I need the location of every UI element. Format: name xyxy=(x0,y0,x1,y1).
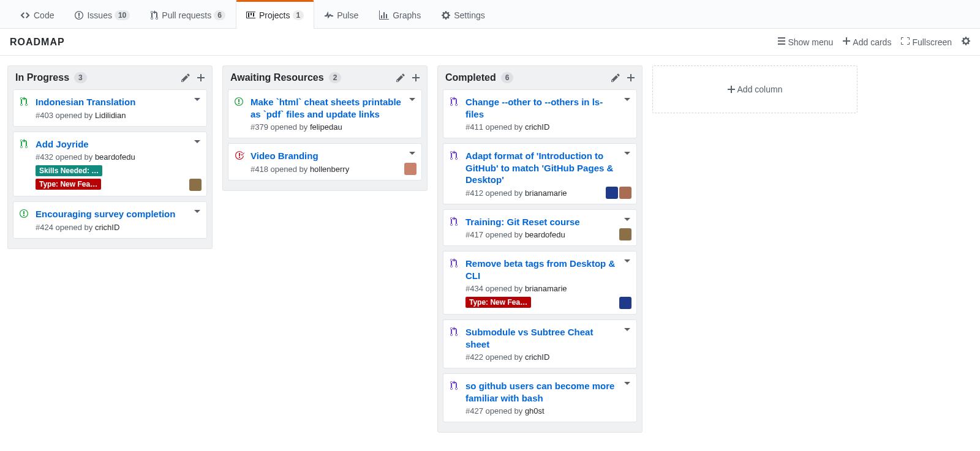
card-menu-button[interactable] xyxy=(408,95,417,105)
card-title[interactable]: Make `html` cheat sheets printable as `p… xyxy=(251,96,404,120)
column-name: Completed xyxy=(445,72,496,83)
nav-graphs[interactable]: Graphs xyxy=(369,0,431,29)
nav-settings[interactable]: Settings xyxy=(431,0,496,29)
card-meta: #424 opened by crichID xyxy=(36,223,189,232)
pull-request-icon xyxy=(151,10,158,20)
project-card[interactable]: Submodule vs Subtree Cheat sheet#422 ope… xyxy=(443,319,637,368)
plus-icon xyxy=(843,36,850,48)
project-column: In Progress3Indonesian Translation#403 o… xyxy=(7,65,213,249)
project-card[interactable]: Make `html` cheat sheets printable as `p… xyxy=(228,89,422,138)
pulse-icon xyxy=(325,10,333,20)
project-card[interactable]: Video Branding#418 opened by hollenberry xyxy=(228,143,422,181)
card-menu-button[interactable] xyxy=(623,149,631,159)
card-title[interactable]: Adapt format of 'Introduction to GitHub'… xyxy=(466,150,619,186)
fullscreen-button[interactable]: Fullscreen xyxy=(901,36,952,48)
pull-request-merged-icon xyxy=(450,381,458,392)
card-title[interactable]: Video Branding xyxy=(251,150,404,162)
card-menu-button[interactable] xyxy=(193,207,202,217)
card-menu-button[interactable] xyxy=(623,215,631,225)
add-column-button[interactable]: Add column xyxy=(652,65,858,113)
card-labels: Skills Needed: …Type: New Fea… xyxy=(36,165,189,190)
card-labels: Type: New Fea… xyxy=(466,297,619,308)
project-settings-button[interactable] xyxy=(962,36,970,48)
card-author[interactable]: brianamarie xyxy=(525,284,567,293)
nav-pull-requests[interactable]: Pull requests 6 xyxy=(140,0,236,29)
column-header: Awaiting Resources2 xyxy=(223,66,427,89)
pull-request-merged-icon xyxy=(450,217,458,228)
card-author[interactable]: crichID xyxy=(525,352,549,362)
card-author[interactable]: crichID xyxy=(525,122,549,132)
add-card-button[interactable] xyxy=(197,73,205,83)
card-menu-button[interactable] xyxy=(408,149,417,159)
avatar[interactable] xyxy=(619,187,631,199)
column-name: In Progress xyxy=(15,72,69,83)
avatar[interactable] xyxy=(404,163,417,175)
card-meta: #379 opened by felipedau xyxy=(251,122,404,132)
show-menu-button[interactable]: Show menu xyxy=(778,36,833,48)
project-card[interactable]: Adapt format of 'Introduction to GitHub'… xyxy=(443,143,637,204)
card-menu-button[interactable] xyxy=(623,379,631,389)
edit-column-button[interactable] xyxy=(611,73,620,83)
assignee-avatars xyxy=(189,179,202,191)
card-meta: #427 opened by gh0st xyxy=(466,406,619,416)
card-author[interactable]: crichID xyxy=(95,223,119,232)
assignee-avatars xyxy=(619,297,631,309)
add-cards-label: Add cards xyxy=(853,37,891,47)
card-menu-button[interactable] xyxy=(623,95,631,105)
label[interactable]: Skills Needed: … xyxy=(36,165,102,176)
card-title[interactable]: so github users can become more familiar… xyxy=(466,380,619,404)
project-card[interactable]: Indonesian Translation#403 opened by Lid… xyxy=(13,89,207,127)
card-title[interactable]: Encouraging survey completion xyxy=(36,208,189,220)
card-author[interactable]: gh0st xyxy=(525,406,545,416)
repo-nav: Code Issues 10 Pull requests 6 Projects … xyxy=(0,0,980,29)
column-count: 2 xyxy=(329,72,342,83)
graph-icon xyxy=(379,10,389,20)
card-author[interactable]: beardofedu xyxy=(95,152,135,162)
add-cards-button[interactable]: Add cards xyxy=(843,36,891,48)
card-author[interactable]: hollenberry xyxy=(310,165,349,174)
label[interactable]: Type: New Fea… xyxy=(466,297,531,308)
card-title[interactable]: Indonesian Translation xyxy=(36,96,189,108)
card-meta: #432 opened by beardofedu xyxy=(36,152,189,162)
fullscreen-icon xyxy=(901,36,910,48)
card-author[interactable]: beardofedu xyxy=(525,230,565,239)
nav-issues-label: Issues xyxy=(87,10,111,20)
nav-issues[interactable]: Issues 10 xyxy=(64,0,140,29)
card-meta: #418 opened by hollenberry xyxy=(251,165,404,174)
nav-code[interactable]: Code xyxy=(10,0,64,29)
label[interactable]: Type: New Fea… xyxy=(36,179,101,190)
card-title[interactable]: Add Joyride xyxy=(36,138,189,151)
card-title[interactable]: Training: Git Reset course xyxy=(466,216,619,228)
edit-column-button[interactable] xyxy=(181,73,190,83)
card-title[interactable]: Submodule vs Subtree Cheat sheet xyxy=(466,326,619,350)
avatar[interactable] xyxy=(619,228,631,240)
add-card-button[interactable] xyxy=(412,73,420,83)
edit-column-button[interactable] xyxy=(396,73,405,83)
issues-count: 10 xyxy=(115,10,130,20)
project-card[interactable]: Change --other to --others in ls-files#4… xyxy=(443,89,637,138)
project-card[interactable]: Training: Git Reset course#417 opened by… xyxy=(443,209,637,247)
card-menu-button[interactable] xyxy=(623,256,631,267)
nav-pulse[interactable]: Pulse xyxy=(314,0,369,29)
card-author[interactable]: brianamarie xyxy=(525,188,567,198)
avatar[interactable] xyxy=(189,179,202,191)
project-card[interactable]: Encouraging survey completion#424 opened… xyxy=(13,201,207,239)
card-title[interactable]: Change --other to --others in ls-files xyxy=(466,96,619,120)
card-menu-button[interactable] xyxy=(623,325,631,335)
card-author[interactable]: felipedau xyxy=(310,122,342,132)
project-card[interactable]: so github users can become more familiar… xyxy=(443,373,637,422)
project-card[interactable]: Remove beta tags from Desktop & CLI#434 … xyxy=(443,251,637,315)
three-bars-icon xyxy=(778,36,785,48)
nav-projects[interactable]: Projects 1 xyxy=(236,0,314,29)
card-author[interactable]: Lidilidian xyxy=(95,111,126,120)
nav-code-label: Code xyxy=(34,10,54,20)
header-actions: Show menu Add cards Fullscreen xyxy=(778,36,970,48)
card-menu-button[interactable] xyxy=(193,137,202,147)
project-card[interactable]: Add Joyride#432 opened by beardofeduSkil… xyxy=(13,132,207,197)
card-menu-button[interactable] xyxy=(193,95,202,105)
card-title[interactable]: Remove beta tags from Desktop & CLI xyxy=(466,258,619,281)
pull-request-open-icon xyxy=(20,97,28,108)
add-card-button[interactable] xyxy=(627,73,635,83)
avatar[interactable] xyxy=(619,297,631,309)
avatar[interactable] xyxy=(606,187,618,199)
